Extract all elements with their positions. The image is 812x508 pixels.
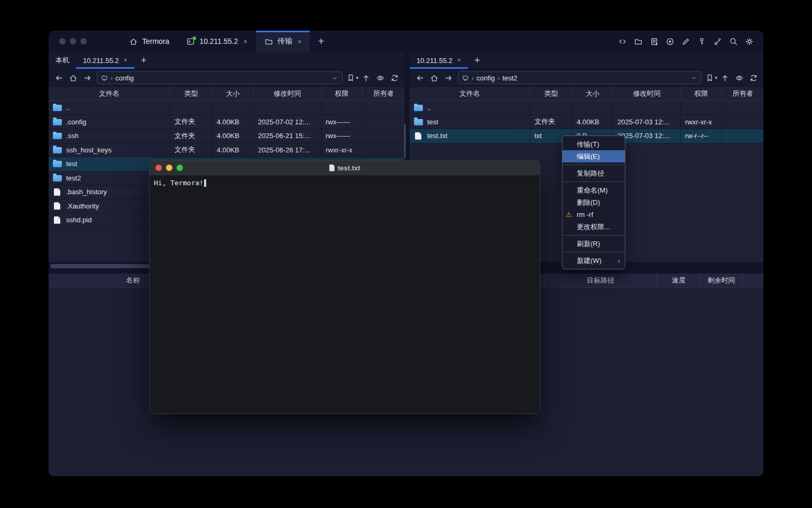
- folder-icon[interactable]: [631, 34, 645, 48]
- search-icon[interactable]: [726, 34, 740, 48]
- column-header[interactable]: 大小: [573, 87, 613, 101]
- edit-icon[interactable]: [679, 34, 693, 48]
- column-header[interactable]: 权限: [321, 87, 363, 101]
- path-field[interactable]: › config: [97, 71, 343, 84]
- back-icon[interactable]: [52, 71, 66, 84]
- tab-remote-10-211-55-2[interactable]: 10.211.55.2 ×: [76, 52, 134, 69]
- file-owner: [363, 115, 404, 129]
- tab-close-icon[interactable]: ×: [457, 57, 461, 64]
- new-session-tab-button[interactable]: +: [134, 52, 153, 69]
- file-row[interactable]: ..: [410, 101, 763, 115]
- refresh-icon[interactable]: [387, 71, 401, 84]
- column-header[interactable]: 大小: [213, 87, 254, 101]
- tab-termora-home[interactable]: Termora: [121, 31, 178, 52]
- breadcrumb-segment[interactable]: config: [476, 74, 495, 82]
- column-header[interactable]: 文件名: [49, 87, 170, 101]
- file-name-cell: ..: [49, 101, 170, 115]
- column-header-remaining-time[interactable]: 剩余时间: [701, 274, 742, 287]
- tab-close-icon[interactable]: ×: [124, 57, 127, 64]
- column-header[interactable]: 文件名: [410, 87, 530, 101]
- back-icon[interactable]: [413, 71, 427, 84]
- file-perms: rwx------: [321, 115, 363, 129]
- settings-icon[interactable]: [742, 34, 756, 48]
- code-icon[interactable]: [615, 34, 629, 48]
- context-menu-item[interactable]: 删除(D): [562, 196, 625, 208]
- file-row[interactable]: ..: [49, 101, 404, 115]
- zoom-button[interactable]: [177, 165, 183, 171]
- new-tab-button[interactable]: +: [310, 31, 332, 52]
- keychain-icon[interactable]: [710, 34, 724, 48]
- context-menu-item[interactable]: 新建(W) ›: [562, 255, 625, 267]
- editor-content[interactable]: Hi, Termora!: [150, 176, 540, 414]
- tab-local-machine[interactable]: 本机: [49, 52, 76, 69]
- context-menu-item[interactable]: 重命名(M): [562, 184, 625, 196]
- refresh-icon[interactable]: [746, 71, 760, 84]
- home-icon[interactable]: [66, 71, 80, 84]
- eye-icon[interactable]: [732, 71, 746, 84]
- context-menu-item[interactable]: 刷新(R): [562, 238, 625, 250]
- editor-titlebar[interactable]: test.txt: [150, 160, 540, 176]
- home-icon[interactable]: [427, 71, 441, 84]
- breadcrumb-separator: ›: [497, 74, 500, 82]
- desktop: Termora 10.211.55.2 × 传输 × +: [0, 0, 812, 508]
- record-icon[interactable]: [663, 34, 677, 48]
- column-header-speed[interactable]: 速度: [657, 274, 701, 287]
- column-header[interactable]: 修改时间: [254, 87, 321, 101]
- eye-icon[interactable]: [373, 71, 387, 84]
- key-icon[interactable]: [695, 34, 708, 48]
- tab-close-icon[interactable]: ×: [243, 38, 247, 45]
- context-menu-item[interactable]: 复制路径: [562, 167, 625, 179]
- file-icon: [53, 161, 62, 167]
- close-button[interactable]: [59, 38, 66, 44]
- tab-ssh-session[interactable]: 10.211.55.2 ×: [178, 31, 256, 52]
- context-menu-item[interactable]: ⚠ rm -rf: [562, 208, 625, 221]
- arrow-up-icon[interactable]: [359, 71, 373, 84]
- context-menu-item[interactable]: [562, 252, 625, 252]
- breadcrumb: › config: [110, 74, 134, 82]
- column-header[interactable]: 类型: [170, 87, 213, 101]
- breadcrumb-segment[interactable]: test2: [502, 74, 517, 82]
- column-header[interactable]: 权限: [681, 87, 722, 101]
- minimize-button[interactable]: [166, 165, 172, 171]
- context-menu-item[interactable]: 更改权限...: [562, 221, 625, 233]
- file-row[interactable]: .config 文件夹 4.00KB 2025-07-02 12:... rwx…: [49, 115, 404, 130]
- context-menu-item[interactable]: [562, 165, 625, 165]
- arrow-up-icon[interactable]: [718, 71, 732, 84]
- chevron-down-icon[interactable]: [690, 75, 697, 81]
- main-tab-strip: Termora 10.211.55.2 × 传输 × +: [121, 31, 332, 52]
- tab-remote-10-211-55-2[interactable]: 10.211.55.2 ×: [410, 52, 468, 69]
- zoom-button[interactable]: [80, 38, 87, 44]
- context-menu-item[interactable]: [562, 182, 625, 182]
- close-button[interactable]: [155, 165, 162, 171]
- tab-label: 传输: [278, 37, 292, 46]
- file-size: 4.00KB: [573, 115, 613, 129]
- log-icon[interactable]: [647, 34, 661, 48]
- context-menu-item[interactable]: 编辑(E): [562, 150, 625, 162]
- column-header[interactable]: 所有者: [722, 87, 763, 101]
- forward-icon[interactable]: [441, 71, 455, 84]
- column-header-target-path[interactable]: 目标路径: [545, 274, 657, 287]
- bookmark-button[interactable]: ▾: [705, 74, 717, 83]
- file-row[interactable]: .ssh 文件夹 4.00KB 2025-06-21 15:... rwx---…: [49, 129, 404, 143]
- window-controls: [49, 31, 98, 52]
- column-header[interactable]: 修改时间: [613, 87, 681, 101]
- tab-close-icon[interactable]: ×: [298, 38, 302, 45]
- minimize-button[interactable]: [70, 38, 76, 44]
- column-header[interactable]: 类型: [530, 87, 573, 101]
- file-row[interactable]: ssh_host_keys 文件夹 4.00KB 2025-06-26 17:.…: [49, 143, 404, 158]
- context-menu-item[interactable]: 传输(T): [562, 138, 625, 150]
- forward-icon[interactable]: [80, 71, 94, 84]
- file-row[interactable]: test 文件夹 4.00KB 2025-07-03 12:... rwxr-x…: [410, 115, 763, 130]
- file-icon: [415, 132, 421, 140]
- context-menu-item[interactable]: [562, 235, 625, 235]
- new-session-tab-button[interactable]: +: [468, 52, 487, 69]
- column-header[interactable]: 所有者: [363, 87, 404, 101]
- file-name: sshd.pid: [66, 216, 91, 224]
- bookmark-button[interactable]: ▾: [346, 74, 358, 83]
- file-name: ..: [427, 104, 431, 112]
- path-field[interactable]: › config › test2: [458, 71, 702, 84]
- file-size: 4.00KB: [213, 129, 254, 143]
- chevron-down-icon[interactable]: [331, 75, 338, 81]
- breadcrumb-segment[interactable]: config: [115, 74, 134, 82]
- tab-transfer[interactable]: 传输 ×: [256, 31, 310, 52]
